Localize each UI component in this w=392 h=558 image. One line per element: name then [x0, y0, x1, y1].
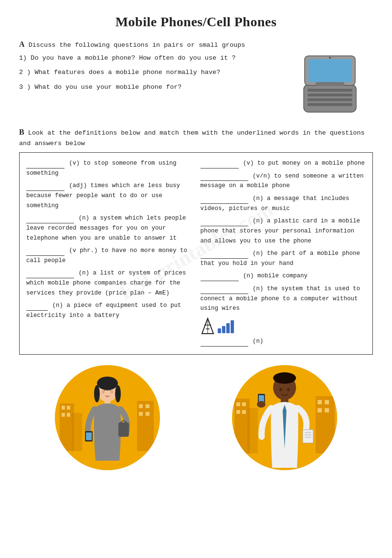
svg-rect-15 [62, 406, 65, 410]
def-left-6: (n) a piece of equipment used to put ele… [26, 301, 192, 320]
bar-2 [222, 326, 225, 333]
svg-rect-20 [137, 401, 154, 451]
bar-4 [231, 320, 234, 333]
questions-list: 1) Do you have a mobile phone? How often… [19, 53, 289, 97]
svg-rect-23 [139, 412, 143, 416]
svg-rect-56 [303, 430, 313, 443]
svg-rect-24 [146, 412, 149, 416]
blank-1[interactable] [26, 162, 64, 168]
def-left-1: (v) to stop someone from using something [26, 158, 192, 178]
blank-6[interactable] [26, 304, 48, 311]
blank-4[interactable] [26, 249, 64, 256]
signal-icon-area [201, 317, 366, 335]
def-left-4: (v phr.) to have no more money to call p… [26, 246, 192, 265]
svg-point-50 [287, 388, 290, 391]
def-right-3: (n) a message that includes videos, pict… [201, 194, 366, 213]
svg-rect-44 [325, 400, 329, 404]
bar-1 [218, 328, 221, 333]
man-illustration [232, 365, 337, 470]
svg-rect-22 [146, 404, 149, 408]
svg-rect-17 [62, 413, 65, 417]
def-right-4: (n) a plastic card in a mobile phone tha… [201, 216, 366, 246]
svg-rect-16 [67, 406, 70, 410]
svg-rect-43 [318, 400, 322, 404]
def-right-6: (n) mobile company [201, 271, 366, 281]
svg-point-55 [257, 401, 265, 408]
blank-3[interactable] [26, 217, 74, 223]
section-b-letter: B [19, 128, 24, 136]
phone-image [289, 53, 373, 117]
definitions-columns: (v) to stop someone from using something… [26, 158, 366, 349]
def-left-6-text: (n) a piece of equipment used to put ele… [26, 302, 181, 319]
svg-rect-40 [242, 410, 246, 414]
def-left-3: (n) a system which lets people leave rec… [26, 213, 192, 243]
svg-rect-33 [86, 432, 92, 440]
questions-block: 1) Do you have a mobile phone? How often… [19, 53, 373, 117]
svg-rect-1 [307, 89, 352, 92]
svg-rect-21 [139, 404, 143, 408]
svg-point-49 [279, 388, 282, 391]
svg-rect-2 [307, 94, 352, 96]
svg-rect-45 [318, 408, 322, 412]
woman-figure-svg [76, 370, 138, 465]
svg-point-48 [273, 372, 296, 384]
blank-r1[interactable] [201, 162, 239, 168]
svg-point-30 [110, 390, 113, 394]
section-a-header: A Discuss the following questions in pai… [19, 40, 373, 49]
def-right-8-text: (n) [253, 338, 264, 345]
def-right-5: (n) the part of a mobile phone that you … [201, 249, 366, 268]
svg-point-28 [115, 385, 121, 402]
phone-svg [289, 53, 371, 116]
svg-rect-3 [307, 98, 352, 101]
svg-rect-18 [67, 413, 70, 417]
svg-rect-39 [236, 410, 240, 414]
def-right-1: (v) to put money on a mobile phone [201, 158, 366, 168]
blank-r6[interactable] [201, 274, 239, 281]
svg-point-27 [94, 385, 100, 402]
def-right-6-text: (n) mobile company [243, 273, 307, 279]
woman-illustration [55, 365, 160, 470]
def-right-2: (v/n) to send someone a written message … [201, 171, 366, 191]
svg-point-26 [97, 377, 118, 390]
blank-2[interactable] [26, 184, 64, 191]
blank-r7[interactable] [201, 287, 248, 294]
section-a-letter: A [19, 40, 25, 48]
definitions-box: (v) to stop someone from using something… [19, 152, 373, 354]
question-2: 2 ) What features does a mobile phone no… [19, 68, 285, 77]
page-title: Mobile Phones/Cell Phones [19, 14, 373, 30]
def-right-8: (n) [201, 337, 366, 347]
svg-point-29 [102, 390, 105, 394]
svg-rect-42 [316, 396, 335, 453]
signal-bars [218, 319, 234, 333]
blank-5[interactable] [26, 272, 74, 278]
bar-3 [226, 323, 230, 333]
svg-rect-46 [325, 408, 329, 412]
svg-point-8 [329, 57, 331, 59]
question-1: 1) Do you have a mobile phone? How often… [19, 53, 285, 63]
svg-rect-37 [236, 402, 240, 406]
svg-rect-7 [316, 82, 344, 86]
illustrations-row [19, 365, 373, 470]
section-b-header: B Look at the definitions below and matc… [19, 126, 373, 148]
svg-rect-6 [308, 59, 351, 82]
definitions-right-col: (v) to put money on a mobile phone (v/n)… [201, 158, 366, 349]
def-left-2: (adj) times which are less busy because … [26, 181, 192, 211]
signal-tower-icon [201, 317, 215, 335]
blank-r3[interactable] [201, 197, 248, 204]
question-3: 3 ) What do you use your mobile phone fo… [19, 83, 285, 92]
blank-r5[interactable] [201, 252, 248, 259]
def-right-1-text: (v) to put money on a mobile phone [243, 160, 365, 167]
svg-rect-34 [118, 422, 129, 437]
blank-r8[interactable] [201, 340, 248, 347]
blank-r4[interactable] [201, 220, 248, 226]
svg-rect-4 [307, 103, 352, 106]
blank-r2[interactable] [201, 174, 248, 181]
svg-rect-38 [242, 402, 246, 406]
def-left-5: (n) a list or system of prices which mob… [26, 268, 192, 298]
section-b-text: Look at the definitions below and match … [19, 129, 365, 147]
def-right-7: (n) the system that is used to connect a… [201, 284, 366, 314]
man-figure-svg [251, 368, 318, 468]
definitions-left-col: (v) to stop someone from using something… [26, 158, 192, 349]
section-a-text: Discuss the following questions in pairs… [29, 42, 245, 49]
